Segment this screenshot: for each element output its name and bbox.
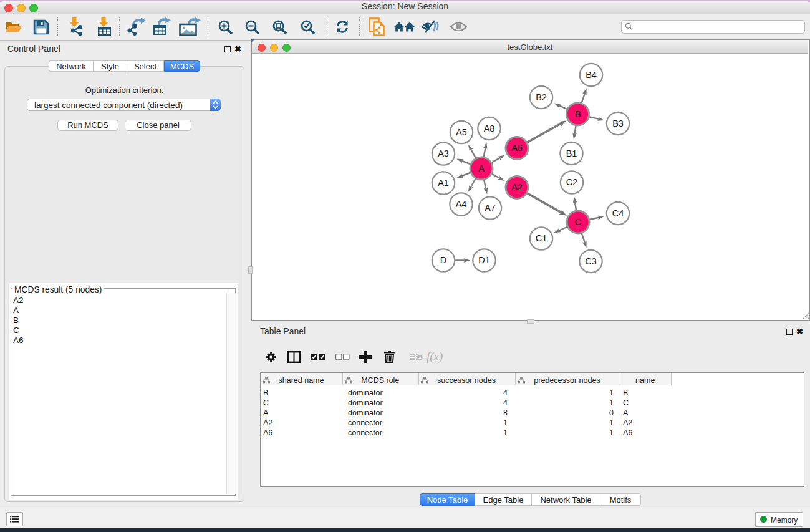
svg-text:A7: A7 <box>485 203 496 213</box>
svg-text:C1: C1 <box>536 233 547 243</box>
svg-text:A2: A2 <box>511 182 523 192</box>
svg-text:B4: B4 <box>586 70 597 80</box>
svg-text:A6: A6 <box>511 143 523 153</box>
svg-text:A: A <box>478 163 485 173</box>
svg-text:B: B <box>575 109 581 119</box>
svg-text:A1: A1 <box>438 178 449 188</box>
svg-text:A4: A4 <box>456 199 467 209</box>
svg-text:C2: C2 <box>566 177 578 187</box>
svg-text:C: C <box>575 217 581 227</box>
svg-text:B2: B2 <box>536 92 547 102</box>
svg-text:B1: B1 <box>566 148 577 158</box>
svg-text:A8: A8 <box>484 123 495 133</box>
svg-text:C4: C4 <box>612 208 624 218</box>
svg-text:D1: D1 <box>478 255 490 265</box>
svg-text:C3: C3 <box>585 256 597 266</box>
svg-text:B3: B3 <box>612 118 624 128</box>
svg-text:A5: A5 <box>456 127 467 137</box>
svg-text:A3: A3 <box>438 148 449 158</box>
svg-text:D: D <box>440 255 446 265</box>
